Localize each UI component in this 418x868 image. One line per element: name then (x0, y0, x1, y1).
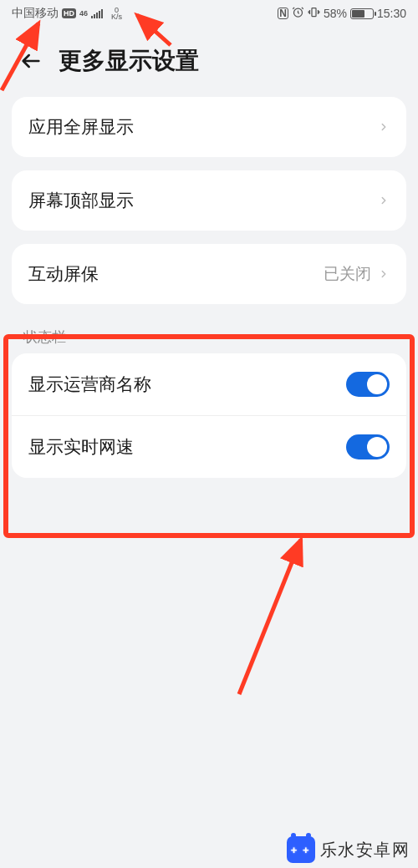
netspeed-unit: K/s (111, 13, 122, 20)
title-row: 更多显示设置 (0, 23, 418, 97)
back-button[interactable] (18, 48, 43, 74)
row-show-carrier[interactable]: 显示运营商名称 (12, 353, 406, 415)
battery-pct: 58% (324, 7, 347, 20)
watermark: + + 乐水安卓网 (287, 836, 410, 863)
toggle-show-netspeed[interactable] (346, 434, 390, 459)
page-title: 更多显示设置 (59, 45, 199, 77)
hd-badge: HD (62, 8, 76, 18)
card-top-display: 屏幕顶部显示 (12, 170, 406, 231)
row-top-display[interactable]: 屏幕顶部显示 (12, 170, 406, 231)
card-screensaver: 互动屏保 已关闭 (12, 244, 406, 304)
chevron-right-icon (378, 118, 390, 136)
status-bar: 中国移动 HD 46 0 K/s N 58% 15:30 (0, 0, 418, 23)
row-label: 应用全屏显示 (28, 115, 134, 139)
carrier-label: 中国移动 (12, 6, 59, 21)
row-value: 已关闭 (324, 263, 371, 285)
card-fullscreen: 应用全屏显示 (12, 97, 406, 157)
chevron-right-icon (378, 191, 390, 210)
netspeed-indicator: 0 K/s (111, 7, 122, 20)
row-label: 屏幕顶部显示 (28, 189, 134, 212)
section-header-statusbar: 状态栏 (0, 317, 418, 353)
watermark-logo-icon: + + (287, 836, 315, 863)
network-gen-label: 46 (79, 9, 88, 18)
back-arrow-icon (19, 49, 43, 73)
battery-icon (350, 8, 374, 19)
watermark-text: 乐水安卓网 (320, 839, 410, 861)
signal-icon (91, 8, 103, 18)
row-label: 显示运营商名称 (28, 373, 151, 396)
card-statusbar-toggles: 显示运营商名称 显示实时网速 (12, 353, 406, 478)
row-screensaver[interactable]: 互动屏保 已关闭 (12, 244, 406, 304)
vibrate-icon (308, 6, 320, 21)
chevron-right-icon (378, 265, 390, 283)
svg-line-4 (239, 540, 301, 694)
toggle-show-carrier[interactable] (346, 372, 390, 397)
row-show-netspeed[interactable]: 显示实时网速 (12, 415, 406, 478)
nfc-icon: N (278, 8, 288, 19)
annotation-arrow-3 (224, 506, 324, 698)
row-label: 互动屏保 (28, 262, 99, 286)
clock: 15:30 (377, 7, 406, 20)
row-fullscreen-apps[interactable]: 应用全屏显示 (12, 97, 406, 157)
row-label: 显示实时网速 (28, 435, 134, 459)
alarm-icon (292, 6, 304, 21)
svg-rect-1 (312, 8, 316, 17)
